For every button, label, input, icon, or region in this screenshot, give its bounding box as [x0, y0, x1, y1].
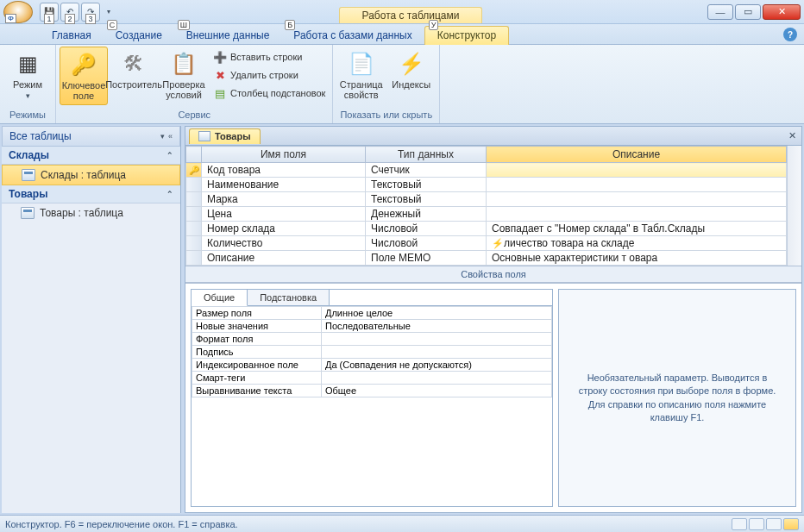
nav-collapse-icon[interactable]: «	[168, 132, 173, 141]
field-row[interactable]: Номер складаЧисловойСовпадает с "Номер с…	[186, 222, 787, 236]
insert-rows-button[interactable]: ➕Вставить строки	[210, 48, 329, 66]
tab-create[interactable]: СозданиеС	[104, 27, 174, 44]
property-value[interactable]: Длинное целое	[322, 307, 552, 320]
qat-save[interactable]: 💾1	[40, 3, 59, 22]
field-desc-cell[interactable]: ⚡личество товара на складе	[487, 236, 787, 251]
nav-item[interactable]: Склады : таблица	[2, 165, 180, 185]
status-bar: Конструктор. F6 = переключение окон. F1 …	[0, 515, 804, 532]
tab-external[interactable]: Внешние данныеШ	[174, 27, 282, 44]
field-row[interactable]: 🔑Код товараСчетчик	[186, 163, 787, 178]
builder-button[interactable]: 🛠 Построитель	[110, 47, 158, 93]
lookup-column-button[interactable]: ▤Столбец подстановок	[210, 84, 329, 102]
smart-tag-icon[interactable]: ⚡	[492, 238, 504, 248]
property-value[interactable]	[322, 372, 552, 385]
col-type[interactable]: Тип данных	[366, 147, 487, 163]
view-datasheet-button[interactable]	[732, 518, 747, 530]
field-row[interactable]: НаименованиеТекстовый	[186, 178, 787, 192]
field-row[interactable]: МаркаТекстовый	[186, 192, 787, 207]
field-type-cell[interactable]: Числовой	[366, 236, 487, 251]
field-name-cell[interactable]: Наименование	[202, 178, 366, 192]
help-button[interactable]: ?	[783, 28, 797, 41]
property-row[interactable]: Выравнивание текстаОбщее	[192, 385, 552, 397]
tab-home[interactable]: Главная	[40, 27, 104, 44]
property-sheet-button[interactable]: 📄 Страница свойств	[337, 47, 386, 103]
qat-customize[interactable]	[102, 3, 114, 22]
field-name-cell[interactable]: Код товара	[202, 163, 366, 178]
property-row[interactable]: Размер поляДлинное целое	[192, 307, 552, 320]
delete-rows-button[interactable]: ✖Удалить строки	[210, 66, 329, 84]
field-name-cell[interactable]: Описание	[202, 251, 366, 266]
field-name-cell[interactable]: Марка	[202, 192, 366, 207]
field-desc-cell[interactable]	[487, 163, 787, 178]
property-help: Необязательный параметр. Выводится в стр…	[558, 289, 796, 507]
field-row[interactable]: КоличествоЧисловой⚡личество товара на ск…	[186, 236, 787, 251]
view-button[interactable]: ▦ Режим ▾	[3, 47, 52, 103]
nav-section-header[interactable]: Товары⌃	[2, 185, 180, 203]
prop-tab-lookup[interactable]: Подстановка	[248, 290, 330, 305]
property-label: Размер поля	[192, 307, 322, 320]
field-desc-cell[interactable]	[487, 178, 787, 192]
maximize-button[interactable]: ▭	[735, 4, 761, 20]
row-selector-header[interactable]	[186, 147, 202, 163]
nav-dropdown-icon[interactable]: ▾	[160, 132, 165, 141]
property-value[interactable]: Последовательные	[322, 320, 552, 333]
row-selector[interactable]	[186, 236, 202, 251]
prop-tab-general[interactable]: Общие	[192, 290, 248, 306]
property-table[interactable]: Размер поляДлинное целоеНовые значенияПо…	[192, 306, 552, 397]
doc-close-button[interactable]: ✕	[788, 130, 796, 141]
office-button[interactable]: Ф	[3, 1, 33, 23]
property-value[interactable]: Общее	[322, 385, 552, 397]
property-row[interactable]: Новые значенияПоследовательные	[192, 320, 552, 333]
field-type-cell[interactable]: Денежный	[366, 207, 487, 222]
delete-row-icon: ✖	[213, 68, 227, 82]
property-value[interactable]: Да (Совпадения не допускаются)	[322, 359, 552, 372]
minimize-button[interactable]: —	[707, 4, 733, 20]
key-icon: 🔑	[70, 51, 97, 78]
view-pivottable-button[interactable]	[749, 518, 764, 530]
primary-key-button[interactable]: 🔑 Ключевое поле Г	[60, 47, 108, 105]
qat-redo[interactable]: ↷3	[81, 3, 100, 22]
property-row[interactable]: Индексированное полеДа (Совпадения не до…	[192, 359, 552, 372]
tab-dbtools[interactable]: Работа с базами данныхБ	[281, 27, 424, 44]
field-row[interactable]: ЦенаДенежный	[186, 207, 787, 222]
nav-item[interactable]: Товары : таблица	[2, 203, 180, 222]
property-row[interactable]: Смарт-теги	[192, 372, 552, 385]
field-type-cell[interactable]: Текстовый	[366, 192, 487, 207]
field-name-cell[interactable]: Номер склада	[202, 222, 366, 236]
field-type-cell[interactable]: Числовой	[366, 222, 487, 236]
doc-tab-tovary[interactable]: Товары	[189, 128, 261, 144]
row-selector[interactable]	[186, 178, 202, 192]
property-row[interactable]: Подпись	[192, 346, 552, 359]
row-selector[interactable]	[186, 222, 202, 236]
indexes-button[interactable]: ⚡ Индексы	[387, 47, 436, 93]
property-value[interactable]	[322, 346, 552, 359]
field-name-cell[interactable]: Количество	[202, 236, 366, 251]
tab-design[interactable]: КонструкторУ	[424, 26, 509, 45]
field-type-cell[interactable]: Текстовый	[366, 178, 487, 192]
col-desc[interactable]: Описание	[487, 147, 787, 163]
validate-button[interactable]: 📋 Проверка условий	[160, 47, 208, 103]
row-selector[interactable]: 🔑	[186, 163, 202, 178]
view-design-button[interactable]	[783, 518, 799, 530]
field-desc-cell[interactable]	[487, 207, 787, 222]
qat-undo[interactable]: ↶2	[60, 3, 79, 22]
close-button[interactable]: ✕	[763, 4, 801, 20]
field-name-cell[interactable]: Цена	[202, 207, 366, 222]
field-grid[interactable]: Имя поля Тип данных Описание 🔑Код товара…	[185, 146, 787, 266]
view-pivotchart-button[interactable]	[766, 518, 782, 530]
vertical-scrollbar[interactable]	[787, 146, 801, 266]
col-name[interactable]: Имя поля	[202, 147, 366, 163]
field-row[interactable]: ОписаниеПоле МЕМООсновные характеристики…	[186, 251, 787, 266]
field-desc-cell[interactable]: Основные характеристики т овара	[487, 251, 787, 266]
nav-section-header[interactable]: Склады⌃	[2, 147, 180, 165]
field-desc-cell[interactable]: Совпадает с "Номер склада" в Табл.Склады	[487, 222, 787, 236]
field-type-cell[interactable]: Счетчик	[366, 163, 487, 178]
row-selector[interactable]	[186, 207, 202, 222]
nav-header[interactable]: Все таблицы ▾«	[2, 126, 180, 147]
row-selector[interactable]	[186, 192, 202, 207]
property-value[interactable]	[322, 333, 552, 346]
field-desc-cell[interactable]	[487, 192, 787, 207]
row-selector[interactable]	[186, 251, 202, 266]
property-row[interactable]: Формат поля	[192, 333, 552, 346]
field-type-cell[interactable]: Поле МЕМО	[366, 251, 487, 266]
